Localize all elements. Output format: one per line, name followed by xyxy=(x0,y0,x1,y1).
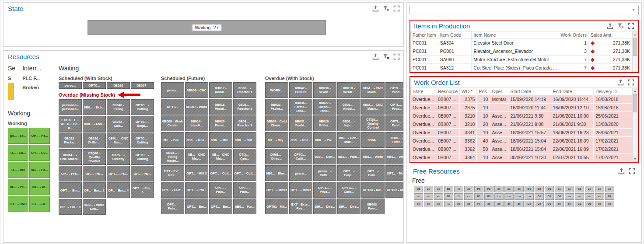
resource-tile[interactable]: 0B0... - Work xyxy=(385,149,404,164)
resource-tile[interactable]: co xyxy=(504,201,514,207)
resource-tile[interactable]: OPT... - Pai... xyxy=(107,166,130,181)
resource-tile[interactable]: OPTL... - Prod... xyxy=(313,182,336,198)
resource-tile[interactable]: 0B020 xyxy=(107,82,130,89)
resource-tile[interactable]: 0BM... - CNC Mach... xyxy=(361,99,385,115)
column-header[interactable]: Start Date xyxy=(508,88,551,95)
resource-tile[interactable]: P2 xyxy=(484,186,494,192)
resource-tile[interactable]: perso... xyxy=(289,165,312,181)
resource-tile[interactable]: co xyxy=(414,193,423,200)
resource-tile[interactable]: O2 xyxy=(545,193,554,200)
resource-tile[interactable]: I1 xyxy=(454,193,463,200)
expand-icon[interactable] xyxy=(628,79,634,86)
resource-tile[interactable]: EXT - Exte... Res... xyxy=(289,199,312,214)
resource-tile[interactable]: co xyxy=(464,201,473,207)
resource-tile[interactable]: OPT... - Mixer xyxy=(289,182,312,198)
resource-tile[interactable]: 0B0... - Dril... xyxy=(233,132,256,148)
resource-tile[interactable]: OPTC... - Cutting xyxy=(131,99,154,115)
resource-tile[interactable]: co xyxy=(424,186,433,192)
expand-icon[interactable] xyxy=(393,5,400,12)
resource-tile[interactable]: 0BM... - CNC Mach... xyxy=(361,82,385,98)
waiting-state-bar[interactable]: Waiting: 27 xyxy=(88,20,326,35)
resource-tile[interactable]: co xyxy=(585,193,594,200)
resource-tile[interactable]: co xyxy=(585,186,594,192)
scrollbar-thumb[interactable] xyxy=(633,38,637,56)
resource-tile[interactable]: 0B0... - Extr... xyxy=(313,149,336,164)
resource-tile[interactable]: 0B017 - Anodi... xyxy=(209,82,232,98)
resource-tile[interactable]: co xyxy=(565,186,574,192)
resource-tile[interactable]: OPT... - Cutt... xyxy=(233,165,256,181)
resource-tile[interactable]: OPT03 - Mil... xyxy=(361,182,385,198)
resource-tile[interactable]: OP... - Pai... xyxy=(131,166,154,181)
resource-tile[interactable]: 0B018 - Weldi... xyxy=(209,99,232,115)
resource-tile[interactable]: 0B007 - xyxy=(131,82,154,89)
resource-tile[interactable]: 0B... - W... xyxy=(29,179,50,195)
resource-tile[interactable]: co xyxy=(555,186,564,192)
resource-tile[interactable]: CTQ01 - Quality Control xyxy=(83,149,106,165)
resource-tile[interactable]: co xyxy=(595,201,604,207)
resource-tile[interactable]: OPT02 - Mil... xyxy=(385,182,404,198)
resource-tile[interactable]: P2 xyxy=(484,193,494,200)
table-row[interactable]: Overdue...0B007 ...336250Asse...18/06/20… xyxy=(411,145,632,153)
resource-tile[interactable]: 0B031 - Centri... xyxy=(289,115,312,131)
resource-tile[interactable]: DIR... - Dire... xyxy=(337,199,360,214)
resource-tile[interactable]: 0B032 - Cold Cham... xyxy=(265,115,288,131)
resource-tile[interactable]: 0B0... - Work Cen... xyxy=(83,199,106,215)
resource-tile[interactable]: OP... - Em... 8 xyxy=(59,199,82,215)
resource-tile[interactable]: perso... xyxy=(161,82,184,98)
resource-tile[interactable]: CTQ... - Qua... xyxy=(233,149,256,164)
resource-tile[interactable]: co xyxy=(504,193,514,200)
table-row[interactable]: Overdue...0B007 ...334110Asse...18/06/20… xyxy=(411,129,632,137)
export-icon[interactable] xyxy=(372,5,379,12)
resource-tile[interactable]: 0B0... - Extr... xyxy=(83,99,106,115)
resource-tile[interactable]: OP... - Em... 2 xyxy=(83,182,106,198)
table-row[interactable]: Overdue...0B007 ...23751016/09/2020 11:4… xyxy=(411,104,632,112)
resource-tile[interactable]: OPT01 - Mil... xyxy=(265,199,288,214)
resource-tile[interactable]: OPT... - Emp... xyxy=(337,165,360,181)
resource-tile[interactable]: 0B042 - Culture xyxy=(289,82,312,98)
table-row[interactable]: Overdue...0B007 ...237510Montar15/09/202… xyxy=(411,95,632,104)
filter-combobox[interactable]: ▼ xyxy=(410,5,639,15)
resource-tile[interactable]: OPT... - Pain... xyxy=(233,182,256,198)
table-row[interactable]: Overdue...0B007 ...321020Asse...21/06/20… xyxy=(411,120,632,129)
column-header[interactable]: Sales Amt. xyxy=(588,31,632,39)
table-row[interactable]: PC001SA304Elevator Steel Door1◆271,38K xyxy=(411,39,632,47)
resource-tile[interactable]: OPT... - Pain... xyxy=(209,182,232,198)
resource-tile[interactable]: OPTS... xyxy=(161,99,184,115)
resource-tile[interactable]: OPT... - Mill 3 xyxy=(185,165,208,181)
resource-tile[interactable]: 0B04... - Filling Machi... xyxy=(161,149,184,164)
column-header[interactable]: Resource xyxy=(436,88,460,95)
resource-tile[interactable]: co xyxy=(484,201,494,207)
table-row[interactable]: Overdue...0B007 ...336240Asse...18/06/20… xyxy=(411,137,632,145)
table-row[interactable]: PC001PC001Elevator_Ascensor_Elevador3◆27… xyxy=(411,47,632,56)
resource-tile[interactable]: co xyxy=(434,201,443,207)
resource-tile[interactable]: 0B0... - Pain... xyxy=(337,149,360,164)
resource-tile[interactable]: OPT... - Pain... xyxy=(361,165,385,181)
resource-tile[interactable]: co xyxy=(454,201,463,207)
scroll-up-icon[interactable]: ▲ xyxy=(633,31,637,37)
resource-tile[interactable]: co xyxy=(494,201,504,207)
resource-tile[interactable]: co xyxy=(595,186,604,192)
resource-tile[interactable]: O1 xyxy=(535,193,544,200)
table-row[interactable]: PC001SA312Cut Steel Plate (Sides)_Placa … xyxy=(411,64,632,72)
resource-tile[interactable]: co xyxy=(414,201,423,207)
resource-tile[interactable]: co xyxy=(494,193,504,200)
table-row[interactable]: PC001SA060Motor Structure_Estructure del… xyxy=(411,56,632,64)
resource-tile[interactable]: 0B03... - Reactor 2 xyxy=(233,99,256,115)
resource-tile[interactable]: OPTC... - Cutting xyxy=(131,132,154,148)
export-icon[interactable] xyxy=(618,168,625,174)
resource-tile[interactable]: DIR... - Dire... xyxy=(313,199,336,214)
column-header[interactable]: State xyxy=(411,88,436,95)
resource-tile[interactable]: 0B027 - Cleani... Tank... xyxy=(313,99,336,115)
resource-tile[interactable]: pe... - pe... xyxy=(8,128,28,144)
scroll-up-icon[interactable]: ▲ xyxy=(633,88,637,94)
resource-tile[interactable]: 0B... - CNC Mac... xyxy=(185,149,208,164)
export-icon[interactable] xyxy=(617,79,624,86)
resource-tile[interactable]: co xyxy=(464,193,473,200)
resource-tile[interactable]: co xyxy=(565,193,574,200)
resource-tile[interactable]: OP... - Em... 4 xyxy=(107,182,130,198)
resource-tile[interactable]: D1 xyxy=(444,193,453,200)
resource-tile[interactable]: O1 xyxy=(555,193,564,200)
resource-tile[interactable]: perso... - Cutti... xyxy=(313,165,336,181)
resource-tile[interactable]: 0B01... - Injec... xyxy=(337,115,360,131)
resource-tile[interactable]: OPT... - Em... xyxy=(209,199,232,214)
